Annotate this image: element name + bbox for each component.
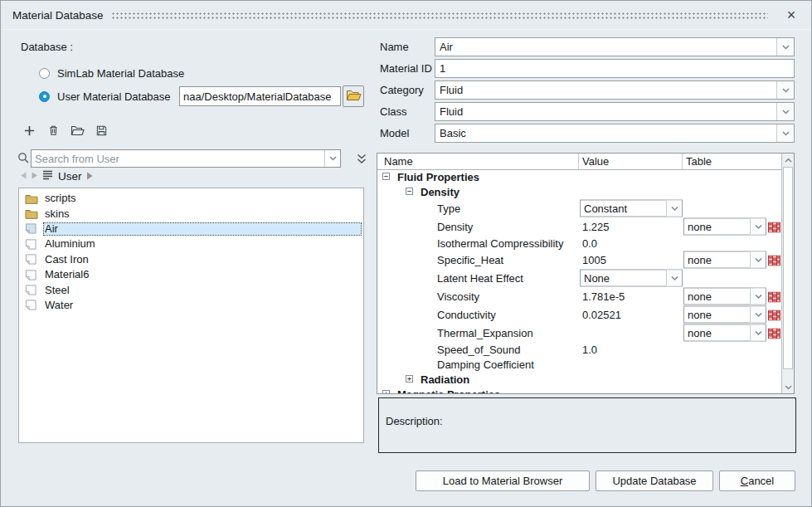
chevron-down-icon[interactable]	[776, 81, 794, 99]
tree-item-steel[interactable]: Steel	[19, 282, 363, 297]
property-row-specific-heat[interactable]: Specific_Heat1005none	[377, 251, 781, 269]
chevron-down-icon[interactable]	[666, 271, 682, 286]
breadcrumb-triangle-icon[interactable]	[86, 168, 93, 183]
property-name: Conductivity	[437, 309, 496, 321]
expand-icon[interactable]: +	[382, 390, 390, 393]
scroll-up-icon[interactable]	[782, 154, 794, 166]
tree-item-scripts[interactable]: scripts	[19, 191, 363, 206]
thermal-expansion-table-combobox[interactable]: none	[683, 324, 766, 342]
table-data-icon[interactable]	[768, 291, 780, 302]
open-button[interactable]	[70, 124, 85, 139]
tree-item-skins[interactable]: skins	[19, 206, 363, 221]
chevron-down-icon[interactable]	[324, 150, 340, 167]
table-data-icon[interactable]	[768, 222, 780, 232]
combobox-value: none	[684, 325, 750, 341]
cancel-button[interactable]: Cancel	[719, 470, 795, 491]
list-view-icon[interactable]	[42, 168, 53, 183]
scroll-down-icon[interactable]	[782, 381, 794, 393]
tree-item-label: Aluminium	[43, 237, 362, 251]
property-row-fluid-properties[interactable]: −Fluid Properties	[377, 169, 781, 184]
property-row-isothermal-compressibility[interactable]: Isothermal Compressibility0.0	[377, 236, 781, 251]
field-value: Fluid	[435, 103, 776, 120]
chevron-down-icon[interactable]	[776, 103, 794, 120]
type-value-combobox[interactable]: Constant	[580, 200, 683, 217]
table-data-icon[interactable]	[768, 328, 780, 339]
column-separator[interactable]	[682, 154, 683, 169]
chevron-down-icon[interactable]	[750, 289, 766, 305]
drag-handle[interactable]	[111, 12, 768, 20]
radio-button-icon-selected[interactable]	[39, 91, 50, 102]
conductivity-table-combobox[interactable]: none	[683, 306, 766, 324]
property-row-density[interactable]: Density1.225none	[377, 217, 781, 236]
tree-item-aluminium[interactable]: Aluminium	[19, 236, 363, 251]
material-id-input[interactable]: 1	[435, 59, 795, 78]
load-to-material-browser-button[interactable]: Load to Material Browser	[416, 470, 590, 491]
property-row-damping-coefficient[interactable]: Damping Coefficient	[377, 357, 781, 372]
column-separator[interactable]	[578, 154, 579, 169]
chevron-down-icon[interactable]	[750, 252, 766, 268]
radio-simlab-database[interactable]: SimLab Material Database	[39, 66, 184, 80]
close-icon[interactable]: ×	[781, 5, 801, 25]
name-combobox[interactable]: Air	[435, 37, 795, 56]
density-table-combobox[interactable]: none	[683, 218, 766, 236]
latent-heat-effect-value-combobox[interactable]: None	[580, 270, 683, 287]
breadcrumb-current[interactable]: User	[58, 170, 82, 183]
tree-item-air[interactable]: Air	[19, 222, 363, 236]
property-row-magnetic-properties[interactable]: +Magnetic Properties	[377, 387, 781, 393]
table-scrollbar[interactable]	[781, 154, 794, 393]
chevron-down-icon[interactable]	[750, 307, 766, 323]
table-data-icon[interactable]	[768, 310, 780, 320]
property-row-speed-of-sound[interactable]: Speed_of_Sound1.0	[377, 342, 781, 357]
tree-item-cast-iron[interactable]: Cast Iron	[19, 252, 363, 267]
delete-button[interactable]	[46, 124, 61, 139]
property-row-conductivity[interactable]: Conductivity0.02521none	[377, 305, 781, 324]
radio-label: User Material Database	[57, 90, 171, 103]
property-name: Thermal_Expansion	[437, 327, 533, 339]
chevron-down-icon[interactable]	[750, 219, 766, 235]
chevron-down-icon[interactable]	[666, 201, 682, 217]
forward-arrow-icon[interactable]	[31, 168, 39, 183]
viscosity-table-combobox[interactable]: none	[683, 288, 766, 305]
collapse-icon[interactable]: −	[382, 173, 390, 180]
double-chevron-down-icon[interactable]	[357, 153, 367, 163]
property-row-radiation[interactable]: +Radiation	[377, 372, 781, 387]
radio-user-database[interactable]: User Material Database	[39, 90, 171, 103]
save-button[interactable]	[94, 124, 109, 139]
search-input[interactable]	[32, 150, 324, 167]
tree-item-material6[interactable]: Material6	[19, 267, 363, 282]
tree-item-label: scripts	[43, 192, 362, 205]
collapse-icon[interactable]: −	[406, 188, 413, 195]
search-box	[31, 149, 341, 168]
radio-button-icon[interactable]	[39, 68, 50, 79]
property-value: 1.225	[582, 221, 610, 233]
chevron-down-icon[interactable]	[776, 38, 794, 56]
browse-button[interactable]	[343, 85, 364, 107]
dialog-title: Material Database	[12, 9, 104, 22]
material-toolbar	[22, 124, 109, 139]
add-button[interactable]	[22, 124, 36, 139]
property-row-density[interactable]: −Density	[377, 184, 781, 199]
property-row-viscosity[interactable]: Viscosity1.781e-5none	[377, 287, 781, 305]
back-arrow-icon[interactable]	[19, 168, 27, 183]
property-name: Damping Coefficient	[437, 358, 534, 371]
database-path-input[interactable]	[179, 86, 341, 106]
breadcrumb: User	[19, 168, 93, 183]
category-combobox[interactable]: Fluid	[435, 80, 795, 100]
table-data-icon[interactable]	[768, 255, 780, 266]
class-combobox[interactable]: Fluid	[435, 102, 795, 121]
property-row-thermal-expansion[interactable]: Thermal_Expansionnone	[377, 324, 781, 342]
property-row-latent-heat-effect[interactable]: Latent Heat EffectNone	[377, 269, 781, 287]
model-combobox[interactable]: Basic	[435, 124, 795, 143]
property-name: Radiation	[421, 373, 469, 386]
update-database-button[interactable]: Update Database	[596, 470, 713, 491]
material-icon	[25, 285, 38, 295]
specific-heat-table-combobox[interactable]: none	[683, 251, 766, 269]
combobox-value: none	[684, 219, 750, 235]
chevron-down-icon[interactable]	[750, 325, 766, 341]
scrollbar-thumb[interactable]	[783, 167, 793, 369]
description-box[interactable]: Description:	[378, 397, 796, 453]
property-row-type[interactable]: TypeConstant	[377, 199, 781, 217]
tree-item-water[interactable]: Water	[19, 298, 363, 313]
chevron-down-icon[interactable]	[776, 124, 794, 142]
expand-icon[interactable]: +	[406, 375, 413, 383]
